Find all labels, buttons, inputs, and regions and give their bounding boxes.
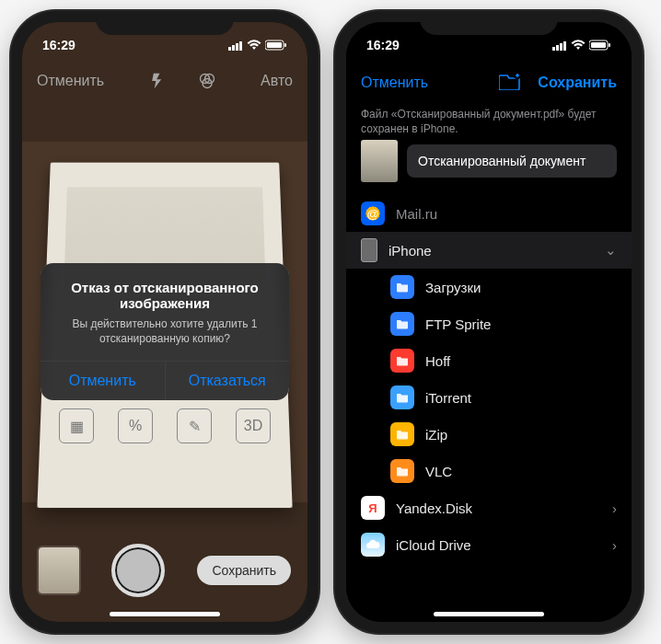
folder-icon: [390, 459, 414, 483]
document-thumbnail: [361, 140, 398, 182]
svg-rect-10: [552, 47, 555, 51]
chevron-down-icon: ⌄: [605, 242, 617, 259]
location-label: Mail.ru: [396, 206, 437, 222]
folder-row[interactable]: Hoff: [346, 342, 632, 379]
folder-label: Hoff: [425, 353, 450, 369]
location-list: @ Mail.ru iPhone ⌄ ЗагрузкиFTP SpriteHof…: [346, 195, 632, 563]
dialog-title: Отказ от отсканированного изображения: [55, 280, 274, 311]
folder-icon: [390, 349, 414, 373]
phone-frame-left: 16:29 Отменить: [11, 11, 319, 633]
chevron-right-icon: ›: [612, 500, 617, 516]
folder-label: VLC: [425, 464, 452, 479]
location-iphone[interactable]: iPhone ⌄: [346, 232, 632, 269]
wifi-icon: [571, 40, 586, 51]
svg-rect-3: [239, 41, 242, 51]
folder-label: FTP Sprite: [425, 316, 491, 332]
phone-frame-right: 16:29 Отменить Сохранить: [335, 11, 643, 633]
folder-row[interactable]: Загрузки: [346, 269, 632, 305]
svg-rect-15: [591, 42, 606, 48]
location-yandex[interactable]: Я Yandex.Disk ›: [346, 489, 632, 526]
folder-row[interactable]: iZip: [346, 416, 632, 453]
folder-icon: [390, 422, 414, 446]
svg-rect-1: [232, 45, 235, 51]
folder-label: iZip: [425, 427, 447, 443]
folder-icon: [390, 275, 414, 299]
folder-row[interactable]: FTP Sprite: [346, 305, 632, 342]
svg-rect-6: [284, 43, 286, 47]
new-folder-icon[interactable]: [499, 72, 521, 94]
home-indicator[interactable]: [434, 612, 544, 616]
svg-rect-11: [556, 45, 559, 51]
phone-icon: [361, 238, 377, 262]
svg-rect-16: [609, 43, 610, 47]
svg-rect-0: [228, 47, 231, 51]
folder-icon: [390, 312, 414, 336]
save-button[interactable]: Сохранить: [538, 75, 617, 91]
folder-row[interactable]: VLC: [346, 453, 632, 489]
location-label: iCloud Drive: [396, 537, 471, 553]
mailru-icon: @: [361, 201, 385, 225]
chevron-right-icon: ›: [612, 537, 617, 553]
discard-dialog: Отказ от отсканированного изображения Вы…: [41, 263, 289, 400]
filename-input[interactable]: [407, 144, 617, 178]
files-screen: 16:29 Отменить Сохранить: [346, 22, 632, 622]
dialog-message: Вы действительно хотите удалить 1 отскан…: [55, 316, 274, 346]
wifi-icon: [247, 40, 261, 51]
folder-icon: [390, 385, 414, 409]
files-nav: Отменить Сохранить: [346, 63, 632, 103]
status-time: 16:29: [366, 38, 400, 52]
battery-icon: [265, 40, 287, 51]
location-mailru[interactable]: @ Mail.ru: [346, 195, 632, 232]
notch: [96, 11, 234, 35]
location-icloud[interactable]: iCloud Drive ›: [346, 526, 632, 563]
filename-row: [361, 140, 617, 182]
signal-icon: [228, 40, 243, 51]
svg-rect-13: [563, 41, 566, 51]
folder-label: Загрузки: [425, 280, 481, 295]
location-label: Yandex.Disk: [396, 500, 472, 516]
folder-label: iTorrent: [425, 390, 471, 406]
yandex-icon: Я: [361, 496, 385, 520]
dialog-discard-button[interactable]: Отказаться: [165, 362, 290, 400]
cancel-button[interactable]: Отменить: [361, 75, 428, 91]
home-indicator[interactable]: [110, 612, 220, 616]
dialog-cancel-button[interactable]: Отменить: [41, 362, 165, 400]
save-destination-hint: Файл «Отсканированный документ.pdf» буде…: [361, 107, 617, 136]
notch: [420, 11, 558, 35]
scanner-screen: 16:29 Отменить: [22, 22, 307, 622]
folder-row[interactable]: iTorrent: [346, 379, 632, 416]
status-time: 16:29: [42, 38, 75, 52]
icloud-icon: [361, 533, 385, 557]
svg-rect-12: [560, 43, 562, 51]
svg-rect-2: [236, 43, 238, 51]
signal-icon: [552, 40, 567, 51]
location-label: iPhone: [388, 243, 432, 259]
battery-icon: [589, 40, 611, 51]
svg-rect-5: [267, 42, 282, 48]
